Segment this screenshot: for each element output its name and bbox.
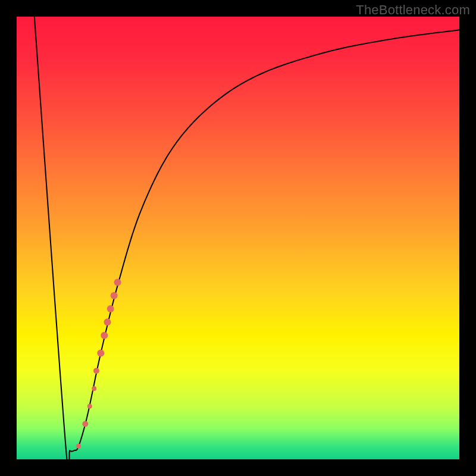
data-marker (97, 349, 104, 356)
data-marker (107, 305, 114, 312)
data-marker (104, 318, 111, 325)
chart-svg (17, 17, 459, 459)
data-marker (82, 421, 88, 427)
data-marker (114, 278, 121, 286)
data-marker (111, 292, 118, 299)
chart-frame: TheBottleneck.com (0, 0, 476, 476)
data-marker (92, 386, 96, 391)
gradient-background (17, 17, 459, 459)
data-marker (101, 332, 108, 339)
data-marker (76, 444, 81, 449)
data-marker (87, 404, 92, 409)
data-marker (93, 368, 99, 374)
watermark-text: TheBottleneck.com (356, 2, 470, 18)
plot-area (17, 17, 459, 459)
